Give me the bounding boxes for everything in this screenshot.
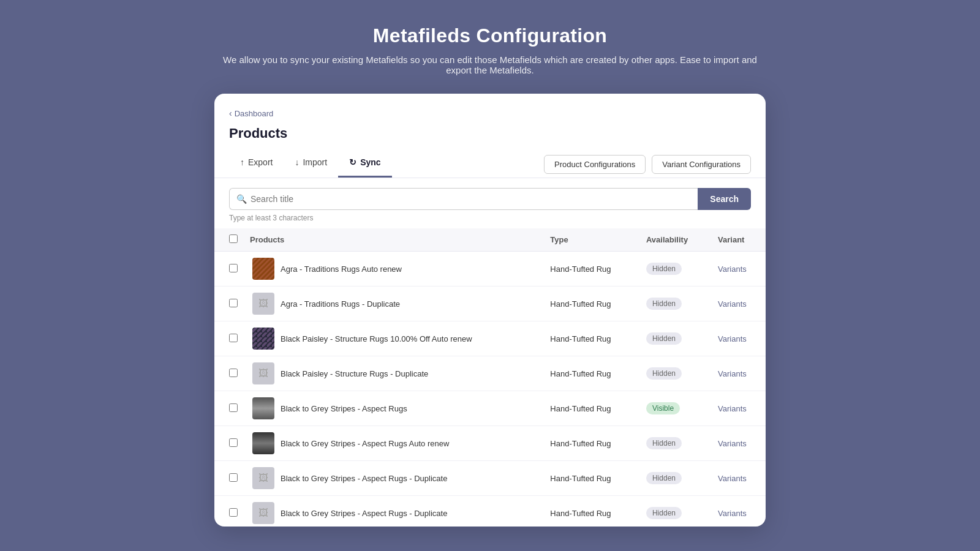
- search-input-wrap: 🔍: [229, 188, 698, 210]
- table-row: Black to Grey Stripes - Aspect Rugs Hand…: [214, 391, 766, 426]
- breadcrumb-label: Dashboard: [235, 109, 274, 118]
- product-name: Agra - Traditions Rugs Auto renew: [281, 264, 402, 274]
- col-products: Products: [245, 228, 543, 252]
- row-availability-cell: Hidden: [639, 252, 710, 287]
- row-product-cell: 🖼 Black to Grey Stripes - Aspect Rugs - …: [245, 461, 543, 496]
- row-checkbox-cell: [214, 496, 245, 527]
- thumb-placeholder-icon: 🖼: [258, 508, 268, 519]
- product-type: Hand-Tufted Rug: [550, 264, 611, 274]
- availability-badge: Visible: [646, 402, 680, 414]
- tab-sync[interactable]: ↻ Sync: [338, 151, 391, 178]
- product-thumbnail: [252, 397, 274, 419]
- row-checkbox[interactable]: [229, 299, 238, 307]
- row-type-cell: Hand-Tufted Rug: [543, 496, 639, 527]
- row-variant-cell: Variants: [710, 391, 766, 426]
- variants-link[interactable]: Variants: [718, 334, 747, 343]
- variants-link[interactable]: Variants: [718, 404, 747, 413]
- variants-link[interactable]: Variants: [718, 474, 747, 483]
- product-name: Agra - Traditions Rugs - Duplicate: [281, 299, 400, 309]
- variants-link[interactable]: Variants: [718, 264, 747, 274]
- col-type: Type: [543, 228, 639, 252]
- table-row: Black Paisley - Structure Rugs 10.00% Of…: [214, 321, 766, 356]
- select-all-checkbox[interactable]: [229, 234, 238, 243]
- search-area: 🔍 Search Type at least 3 characters: [214, 178, 766, 222]
- toolbar: ↑ Export ↓ Import ↻ Sync Product Configu…: [214, 151, 766, 178]
- product-type: Hand-Tufted Rug: [550, 439, 611, 448]
- row-variant-cell: Variants: [710, 321, 766, 356]
- row-product-cell: Black to Grey Stripes - Aspect Rugs: [245, 391, 543, 426]
- tab-import-label: Import: [303, 157, 327, 167]
- page-header: Metafileds Configuration We allow you to…: [214, 24, 766, 75]
- variants-link[interactable]: Variants: [718, 299, 747, 309]
- thumb-placeholder-icon: 🖼: [258, 298, 268, 309]
- variants-link[interactable]: Variants: [718, 509, 747, 518]
- product-thumbnail: 🖼: [252, 467, 274, 489]
- product-type: Hand-Tufted Rug: [550, 404, 611, 413]
- breadcrumb[interactable]: ‹ Dashboard: [214, 108, 766, 126]
- search-input[interactable]: [229, 188, 698, 210]
- row-availability-cell: Hidden: [639, 496, 710, 527]
- search-icon: 🔍: [236, 194, 247, 204]
- row-variant-cell: Variants: [710, 426, 766, 461]
- main-card: ‹ Dashboard Products ↑ Export ↓ Import ↻…: [214, 94, 766, 527]
- chevron-left-icon: ‹: [229, 108, 232, 118]
- col-variant: Variant: [710, 228, 766, 252]
- variants-link[interactable]: Variants: [718, 439, 747, 448]
- row-product-cell: Black to Grey Stripes - Aspect Rugs Auto…: [245, 426, 543, 461]
- product-name: Black Paisley - Structure Rugs 10.00% Of…: [281, 334, 472, 343]
- config-buttons: Product Configurations Variant Configura…: [544, 155, 751, 174]
- products-table-wrap: Products Type Availability Variant Agra …: [214, 228, 766, 527]
- variant-config-button[interactable]: Variant Configurations: [652, 155, 751, 174]
- product-type: Hand-Tufted Rug: [550, 334, 611, 343]
- row-availability-cell: Hidden: [639, 356, 710, 391]
- row-type-cell: Hand-Tufted Rug: [543, 321, 639, 356]
- thumb-placeholder-icon: 🖼: [258, 368, 268, 379]
- product-type: Hand-Tufted Rug: [550, 369, 611, 378]
- availability-badge: Hidden: [646, 472, 682, 484]
- product-name: Black to Grey Stripes - Aspect Rugs - Du…: [281, 474, 447, 483]
- product-thumbnail: [252, 328, 274, 350]
- row-checkbox[interactable]: [229, 403, 238, 412]
- row-product-cell: Black Paisley - Structure Rugs 10.00% Of…: [245, 321, 543, 356]
- import-icon: ↓: [295, 157, 299, 167]
- row-checkbox[interactable]: [229, 264, 238, 272]
- product-thumbnail: 🖼: [252, 362, 274, 384]
- row-product-cell: 🖼 Agra - Traditions Rugs - Duplicate: [245, 287, 543, 321]
- row-availability-cell: Hidden: [639, 426, 710, 461]
- availability-badge: Hidden: [646, 437, 682, 449]
- row-type-cell: Hand-Tufted Rug: [543, 426, 639, 461]
- row-checkbox[interactable]: [229, 508, 238, 517]
- row-checkbox[interactable]: [229, 369, 238, 377]
- tab-export-label: Export: [248, 157, 273, 167]
- product-config-button[interactable]: Product Configurations: [544, 155, 646, 174]
- col-checkbox: [214, 228, 245, 252]
- product-name: Black to Grey Stripes - Aspect Rugs: [281, 404, 407, 413]
- row-checkbox-cell: [214, 461, 245, 496]
- row-product-cell: 🖼 Black to Grey Stripes - Aspect Rugs - …: [245, 496, 543, 527]
- product-thumbnail: 🖼: [252, 502, 274, 524]
- row-checkbox-cell: [214, 287, 245, 321]
- tab-export[interactable]: ↑ Export: [229, 151, 284, 178]
- product-name: Black Paisley - Structure Rugs - Duplica…: [281, 369, 428, 378]
- row-checkbox-cell: [214, 252, 245, 287]
- table-row: Black to Grey Stripes - Aspect Rugs Auto…: [214, 426, 766, 461]
- row-checkbox[interactable]: [229, 334, 238, 342]
- row-checkbox-cell: [214, 356, 245, 391]
- availability-badge: Hidden: [646, 298, 682, 310]
- product-thumbnail: [252, 432, 274, 454]
- variants-link[interactable]: Variants: [718, 369, 747, 378]
- row-type-cell: Hand-Tufted Rug: [543, 391, 639, 426]
- row-checkbox[interactable]: [229, 473, 238, 482]
- row-type-cell: Hand-Tufted Rug: [543, 461, 639, 496]
- search-button[interactable]: Search: [698, 188, 751, 210]
- search-row: 🔍 Search: [229, 188, 751, 210]
- product-name: Black to Grey Stripes - Aspect Rugs Auto…: [281, 439, 449, 448]
- tab-group: ↑ Export ↓ Import ↻ Sync: [229, 151, 392, 178]
- product-type: Hand-Tufted Rug: [550, 299, 611, 309]
- row-variant-cell: Variants: [710, 496, 766, 527]
- table-row: 🖼 Black Paisley - Structure Rugs - Dupli…: [214, 356, 766, 391]
- row-checkbox[interactable]: [229, 438, 238, 447]
- tab-import[interactable]: ↓ Import: [284, 151, 338, 178]
- sync-icon: ↻: [349, 157, 356, 167]
- row-variant-cell: Variants: [710, 252, 766, 287]
